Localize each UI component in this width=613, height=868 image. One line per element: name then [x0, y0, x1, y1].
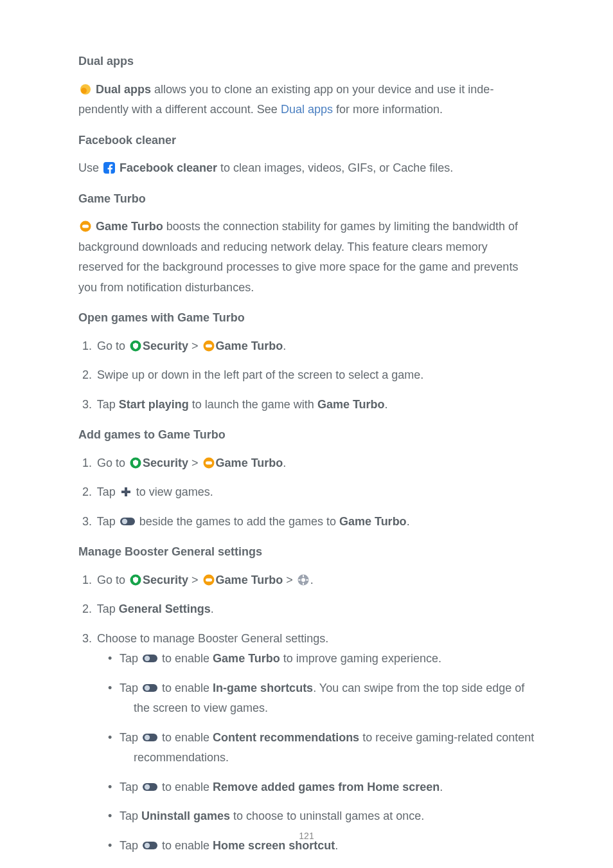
text: to view games.	[133, 485, 213, 498]
text: >	[188, 457, 202, 469]
list-item: 3. Tap Start playing to launch the game …	[82, 395, 535, 415]
list-item: 1. Go to Security > Game Turbo.	[82, 336, 535, 357]
list-item: Tap Uninstall games to choose to uninsta…	[122, 806, 535, 827]
bold-game-turbo: Game Turbo	[213, 652, 280, 665]
bold-general-settings: General Settings	[119, 602, 211, 615]
text: .	[407, 515, 410, 528]
text: Go to	[97, 574, 129, 586]
bold-game-turbo: Game Turbo	[317, 398, 385, 411]
list-item: 1. Go to Security > Game Turbo > .	[82, 570, 535, 591]
heading-facebook-cleaner: Facebook cleaner	[78, 131, 535, 151]
bold-facebook-cleaner: Facebook cleaner	[120, 161, 217, 174]
toggle-icon	[143, 781, 157, 793]
toggle-icon	[143, 732, 157, 743]
heading-game-turbo: Game Turbo	[78, 189, 535, 210]
text: to launch the game with	[189, 398, 317, 411]
settings-icon	[298, 574, 309, 586]
bold-ingame-shortcuts: In-game shortcuts	[213, 682, 313, 694]
heading-manage-booster: Manage Booster General settings	[78, 542, 535, 563]
text: .	[211, 602, 214, 615]
page-number: 121	[0, 828, 613, 844]
text: .	[283, 457, 286, 469]
text: for more information.	[333, 103, 443, 116]
para-dual-apps: Dual apps allows you to clone an existin…	[78, 80, 535, 120]
bold-security: Security	[143, 457, 188, 469]
list-manage-booster: 1. Go to Security > Game Turbo > . 2. Ta…	[82, 570, 535, 856]
heading-add-games: Add games to Game Turbo	[78, 425, 535, 446]
para-facebook-cleaner: Use Facebook cleaner to clean images, vi…	[78, 158, 535, 179]
bold-game-turbo: Game Turbo	[216, 574, 283, 586]
list-item: Tap to enable Content recommendations to…	[122, 728, 535, 768]
text: to enable	[159, 781, 213, 793]
bold-start-playing: Start playing	[119, 398, 189, 411]
text: to clean images, videos, GIFs, or Cache …	[217, 161, 453, 174]
text: to enable	[159, 652, 213, 665]
list-item: Tap to enable Game Turbo to improve gami…	[122, 649, 535, 669]
text: .	[310, 574, 314, 586]
link-dual-apps[interactable]: Dual apps	[281, 103, 333, 116]
bold-game-turbo: Game Turbo	[216, 457, 283, 469]
text: to enable	[159, 731, 213, 744]
game-turbo-icon	[203, 340, 215, 352]
dual-apps-icon	[80, 84, 91, 95]
security-icon	[130, 574, 141, 586]
text: Go to	[97, 457, 129, 469]
plus-icon	[120, 486, 132, 498]
bold-uninstall-games: Uninstall games	[141, 809, 230, 822]
list-item: 3. Choose to manage Booster General sett…	[82, 629, 535, 856]
text: Tap	[120, 731, 141, 744]
toggle-icon	[143, 682, 157, 694]
text: Tap	[120, 809, 141, 822]
text: >	[188, 574, 202, 586]
text: Swipe up or down in the left part of the…	[97, 368, 423, 381]
list-item: 1. Go to Security > Game Turbo.	[82, 453, 535, 474]
security-icon	[130, 457, 141, 469]
heading-dual-apps: Dual apps	[78, 51, 535, 72]
toggle-icon	[120, 516, 135, 527]
heading-open-games: Open games with Game Turbo	[78, 308, 535, 329]
facebook-icon	[103, 162, 115, 174]
game-turbo-icon	[203, 574, 215, 586]
bold-remove-added: Remove added games from Home screen	[213, 781, 440, 793]
text: >	[188, 339, 202, 352]
text: to improve gaming experience.	[280, 652, 441, 665]
game-turbo-icon	[203, 457, 215, 469]
bold-game-turbo: Game Turbo	[216, 339, 283, 352]
bold-security: Security	[143, 339, 188, 352]
bold-game-turbo: Game Turbo	[339, 515, 407, 528]
bold-content-recommendations: Content recommendations	[213, 731, 359, 744]
text: Tap	[120, 781, 141, 793]
text: >	[283, 574, 296, 586]
list-add-games: 1. Go to Security > Game Turbo. 2. Tap t…	[82, 453, 535, 532]
game-turbo-icon	[80, 221, 91, 232]
list-item: 2. Tap to view games.	[82, 482, 535, 503]
list-item: Tap to enable In-game shortcuts. You can…	[122, 678, 535, 719]
text: Use	[78, 161, 102, 174]
list-item: 2. Swipe up or down in the left part of …	[82, 365, 535, 386]
toggle-icon	[143, 653, 157, 664]
list-item: 3. Tap beside the games to add the games…	[82, 512, 535, 532]
text: beside the games to add the games to	[136, 515, 339, 528]
text: Tap	[97, 515, 119, 528]
list-open-games: 1. Go to Security > Game Turbo. 2. Swipe…	[82, 336, 535, 415]
text: .	[440, 781, 443, 793]
text: to choose to uninstall games at once.	[230, 809, 424, 822]
bold-security: Security	[143, 574, 188, 586]
para-game-turbo: Game Turbo boosts the connection stabili…	[78, 217, 535, 298]
text: Choose to manage Booster General setting…	[97, 632, 328, 645]
text: .	[385, 398, 388, 411]
text: to enable	[159, 682, 213, 694]
list-item: 2. Tap General Settings.	[82, 599, 535, 620]
text: Tap	[120, 652, 141, 665]
text: Go to	[97, 339, 129, 352]
bold-game-turbo: Game Turbo	[96, 220, 163, 233]
security-icon	[130, 340, 141, 352]
sublist-manage-booster: Tap to enable Game Turbo to improve gami…	[122, 649, 535, 856]
bold-dual-apps: Dual apps	[96, 83, 151, 96]
text: Tap	[97, 485, 119, 498]
text: Tap	[97, 398, 119, 411]
text: .	[283, 339, 286, 352]
list-item: Tap to enable Remove added games from Ho…	[122, 777, 535, 798]
text: Tap	[97, 602, 119, 615]
text: Tap	[120, 682, 141, 694]
